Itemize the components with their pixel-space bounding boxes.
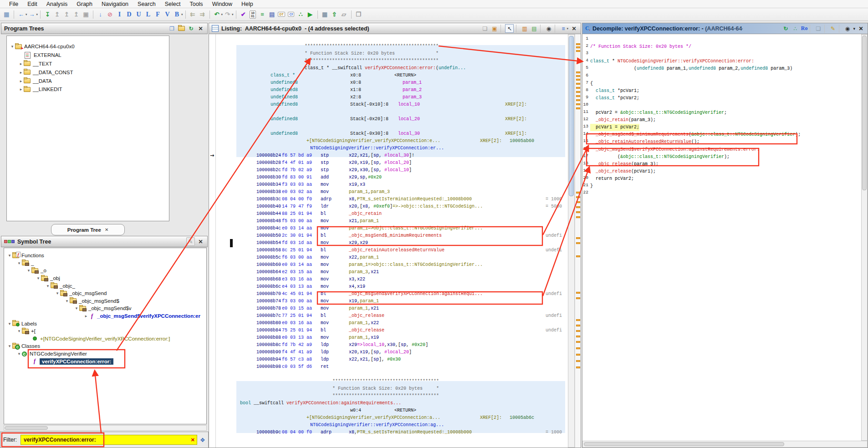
binary-view-icon[interactable]: 1001 (249, 10, 257, 19)
data-type-manager-icon[interactable]: DT (277, 10, 286, 19)
menu-search[interactable]: Search (133, 1, 160, 7)
symbol-tree-item-labels[interactable]: ▾Labels (4, 320, 206, 327)
symbol-tree-item--[interactable]: ▾+[ (4, 327, 206, 335)
decompile-line[interactable]: _objc_retainAutoreleasedReturnValue(); (590, 138, 700, 146)
symbol-tree-item--objc-msgsend[interactable]: ▾_objc_msgSend (4, 290, 206, 297)
graph-icon[interactable]: ∴ (791, 25, 799, 32)
decompile-line[interactable]: (undefined8 param_1,undefined8 param_2,u… (590, 65, 792, 72)
bookmark-tick[interactable] (576, 201, 580, 203)
markup-i-icon[interactable]: I (115, 10, 124, 19)
patch-icon[interactable]: ▱ (340, 10, 348, 19)
bookmark-tick[interactable] (576, 43, 580, 45)
listing-row[interactable]: 100008b30fd 83 00 91addx29,sp,#0x20 (209, 174, 568, 181)
menu-edit[interactable]: Edit (23, 1, 42, 7)
listing-row[interactable]: 100008b34f3 03 03 aamovx19,x3 (209, 181, 568, 188)
expand-open-icon[interactable]: ▾ (16, 261, 22, 265)
listing-header-row[interactable]: undefined8Stack[-0x20]:8local_20XREF[2]: (209, 116, 568, 123)
arrow-up-icon[interactable]: ⇧ (330, 10, 339, 19)
close-icon[interactable]: ✕ (197, 25, 204, 32)
program-tree-item-aarch64-64-cpu0x0[interactable]: ▾AARCH64-64-cpu0x0 (7, 42, 169, 51)
toggle-view-dropdown-icon[interactable]: ▾ (567, 27, 568, 31)
symbol-tree-item--obj[interactable]: ▾_obj (4, 275, 206, 282)
back-icon-dropdown[interactable]: ▾ (26, 13, 27, 16)
c-function-icon[interactable]: Cf (287, 10, 296, 19)
decompile-line[interactable]: pcVar1 = pcVar2; (590, 124, 639, 131)
bookmark-tick[interactable] (576, 255, 580, 257)
bookmark-tick[interactable] (576, 46, 580, 48)
tab-close-icon[interactable]: ✕ (105, 227, 108, 232)
snapshot-icon[interactable]: ◉ (545, 25, 552, 32)
run-icon[interactable]: ▶ (306, 10, 315, 19)
undo-icon[interactable]: ↶ (213, 10, 221, 19)
decompile-line[interactable]: _objc_release(param_3); (590, 161, 659, 168)
decompile-line[interactable]: class_t *pcVar1; (590, 87, 639, 95)
decompile-line[interactable]: _objc_release(pcVar1); (590, 168, 656, 175)
bookmark-tick[interactable] (576, 91, 580, 93)
bookmark-tick[interactable] (576, 347, 580, 349)
symbol-tree-item--o[interactable]: ▾_o (4, 267, 206, 275)
redo-icon[interactable]: ↷ (223, 10, 232, 19)
clear-code-icon[interactable]: ⊘ (106, 10, 114, 19)
copy-icon[interactable]: ❏ (814, 25, 822, 32)
listing-row[interactable]: 100008b54fd 03 1d aamovx29,x29 (209, 239, 568, 247)
expand-closed-icon[interactable]: ▸ (18, 79, 24, 83)
decompile-line[interactable]: pcVar2 = &objc::class_t::NTGCodeSigningV… (590, 109, 727, 117)
expand-open-icon[interactable]: ▾ (36, 276, 41, 280)
script-manager-icon[interactable]: ≡ (258, 10, 267, 19)
decompile-line[interactable]: return pcVar2; (590, 175, 634, 183)
bookmark-tick[interactable] (576, 192, 580, 193)
export-selection-icon[interactable]: ↥ (72, 10, 81, 19)
expand-open-icon[interactable]: ▾ (7, 321, 12, 326)
cursor-arrow-icon[interactable]: ↖ (505, 24, 514, 33)
bookmark-tick[interactable] (576, 367, 580, 368)
bookmark-tick[interactable] (576, 95, 580, 97)
listing-row[interactable]: 100008b502c 30 01 94bl_objc_msgSend$_min… (209, 232, 568, 239)
listing-row[interactable]: 100008b8475 25 01 94bl_objc_releaseundef… (209, 327, 568, 334)
symbol-tree-item-classes[interactable]: ▾Classes (4, 342, 206, 350)
listing-header-row[interactable]: undefined8x1:8param_2 (209, 87, 568, 94)
listing-header-row[interactable]: ****************************************… (209, 43, 568, 50)
listing-row[interactable]: 100008b704c 45 01 94bl_objc_msgSend$veri… (209, 290, 568, 298)
markup-u-icon[interactable]: U (134, 10, 143, 19)
listing-row[interactable]: 100008b78e0 03 15 aamovparam_1,x21 (209, 305, 568, 312)
go-down-icon[interactable]: ↓ (96, 10, 105, 19)
filter-options-icon[interactable]: ❖ (200, 437, 205, 443)
filter-clear-icon[interactable]: ✕ (191, 437, 195, 443)
bookmark-tick[interactable] (576, 50, 580, 52)
symbol-tree-item--objc-msgsend-[interactable]: ▾_objc_msgSend$ (4, 297, 206, 305)
listing-header-row[interactable]: +[NTGCodeSigningVerifier_verifyXPCConnec… (209, 137, 568, 145)
decompile-line[interactable]: class_t *pcVar2; (590, 95, 639, 102)
listing-row[interactable]: 100008b7c77 25 01 94bl_objc_releaseundef… (209, 312, 568, 320)
listing-row[interactable]: 100008b4488 25 01 94bl_objc_retain (209, 210, 568, 218)
symbol-tree-item-functions[interactable]: ▾Functions (4, 252, 206, 260)
listing-header-row[interactable]: NTGCodeSigningVerifier::verifyXPCConnect… (209, 145, 568, 152)
listing-overview-margin[interactable] (575, 34, 581, 448)
bookmark-tick[interactable] (576, 336, 580, 337)
bookmark-tick[interactable] (576, 107, 580, 109)
bookmark-tick[interactable] (576, 292, 580, 294)
listing-header-row[interactable]: * Function Stack Size: 0x20 bytes * (209, 50, 568, 57)
listing-row[interactable]: 100008b588c 25 01 94bl_objc_retainAutore… (209, 247, 568, 254)
expand-open-icon[interactable]: ▾ (16, 329, 22, 333)
symbol-tree-item--objc-[interactable]: ▾_objc_ (4, 282, 206, 290)
menu-graph[interactable]: Graph (72, 1, 97, 7)
save-icon[interactable]: ▦ (2, 10, 11, 19)
listing-row[interactable]: 100008b38e0 03 02 aamovparam_1,param_3 (209, 188, 568, 196)
listing-header-row[interactable]: class_t * __swiftcall verifyXPCConnectio… (209, 65, 568, 72)
expand-closed-icon[interactable]: ▸ (83, 314, 89, 318)
import-file-icon[interactable]: ↧ (43, 10, 52, 19)
listing-header-row[interactable]: w0:4<RETURN> (209, 407, 568, 414)
bookmark-tick[interactable] (576, 103, 580, 105)
snapshot-icon[interactable]: ◉ (843, 25, 851, 32)
menu-window[interactable]: Window (208, 1, 237, 7)
decompile-line[interactable]: _objc_retain(param_3); (590, 117, 656, 124)
close-icon[interactable]: ✕ (570, 25, 578, 32)
decompile-line[interactable]: _objc_msgSend$_minimumRequirements(&objc… (590, 131, 801, 138)
listing-row[interactable]: 100008b74f3 03 00 aamovx19,param_1 (209, 298, 568, 305)
symbol-tree-item--ntgcodesigningverifier-verifyxpcconnect[interactable]: +[NTGCodeSigningVerifier_verifyXPCConnec… (4, 335, 206, 343)
refresh-icon[interactable]: ↻ (187, 25, 195, 32)
program-tree-item--text[interactable]: ▸__TEXT (7, 60, 169, 68)
listing-row[interactable]: 100008b5cf6 03 00 aamovx22,param_1 (209, 254, 568, 261)
listing-header-row[interactable]: undefined8Stack[-0x10]:8local_10XREF[2]: (209, 101, 568, 108)
bookmark-tick[interactable] (576, 87, 580, 89)
